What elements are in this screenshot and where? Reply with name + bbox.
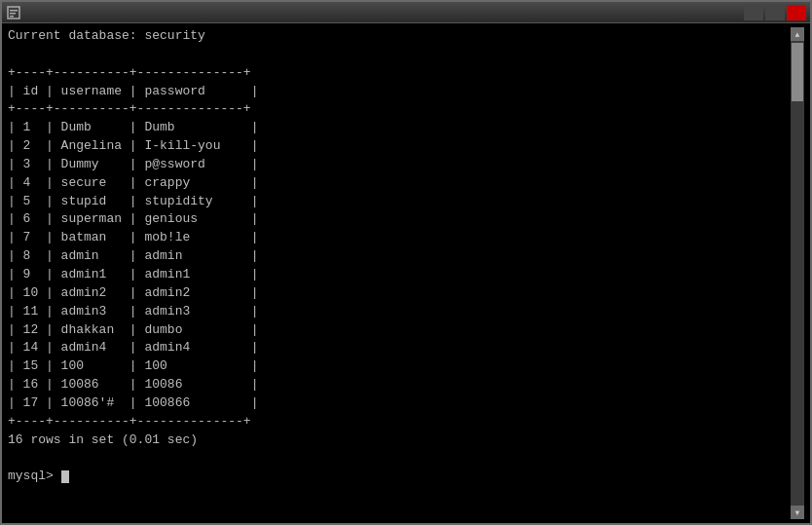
scroll-up-arrow[interactable]: ▲ bbox=[791, 27, 804, 41]
scrollbar[interactable]: ▲ ▼ bbox=[791, 27, 804, 519]
svg-rect-1 bbox=[10, 10, 18, 12]
scrollbar-thumb[interactable] bbox=[792, 43, 803, 101]
cmd-window: Current database: security +----+-------… bbox=[0, 0, 812, 525]
window-controls bbox=[744, 5, 806, 20]
titlebar bbox=[2, 2, 810, 23]
console-output[interactable]: Current database: security +----+-------… bbox=[8, 27, 791, 519]
minimize-button[interactable] bbox=[744, 5, 763, 20]
scroll-down-arrow[interactable]: ▼ bbox=[791, 506, 804, 519]
svg-rect-2 bbox=[10, 13, 16, 15]
maximize-button[interactable] bbox=[765, 5, 785, 20]
cursor bbox=[61, 470, 69, 483]
close-button[interactable] bbox=[787, 5, 806, 20]
window-icon bbox=[6, 5, 21, 20]
console-area: Current database: security +----+-------… bbox=[2, 23, 810, 523]
svg-rect-3 bbox=[10, 16, 14, 18]
